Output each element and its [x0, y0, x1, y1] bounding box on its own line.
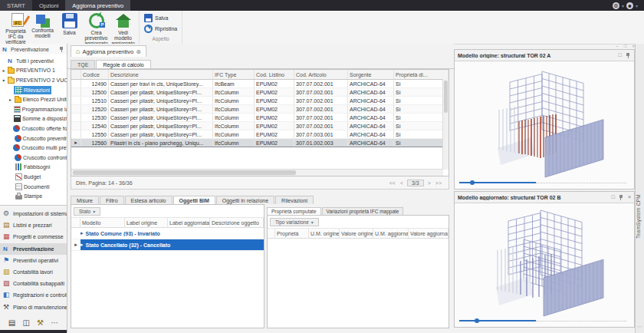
group-by-chip[interactable]: Stato ▾ — [74, 207, 100, 216]
scrollbar-thumb[interactable] — [444, 81, 448, 113]
tree-item[interactable]: Programmazione lavori — [0, 104, 67, 114]
ribbon-button[interactable]: Proprietà IFC da verificare — [2, 12, 29, 45]
properties-tab[interactable]: Proprietà computate — [267, 207, 321, 215]
column-header[interactable]: Valore origine — [340, 229, 373, 238]
detail-tab[interactable]: Estesa articolo — [125, 196, 172, 204]
tree-item[interactable]: ▾ PREVENTIVO 2 VUOTO — [0, 75, 67, 85]
detail-tab[interactable]: Oggetti BIM — [173, 196, 215, 204]
document-tab[interactable]: Aggiorna preventivo ⊗ — [71, 45, 146, 57]
maximize-icon[interactable] — [624, 44, 627, 49]
table-row[interactable]: 12500 Casseri per pilastr, UniqueStorey=… — [71, 88, 449, 97]
last-page-button[interactable]: >> — [433, 180, 444, 186]
minimize-icon[interactable] — [616, 44, 619, 49]
chevron-down-icon[interactable]: ▾ — [636, 3, 638, 8]
view-subtab[interactable]: Regole di calcolo — [96, 60, 150, 68]
group-caret-icon[interactable]: ▸ — [80, 242, 84, 248]
object-group-row[interactable]: ▸ ▸ Stato Cancellato (32) - Cancellato — [71, 239, 264, 251]
module-nav-item[interactable]: Progetti e commesse — [0, 231, 67, 242]
detail-tab[interactable]: Rilevazioni — [275, 196, 314, 204]
column-header[interactable]: U.M. origine — [309, 229, 340, 238]
more-icon[interactable]: ⋯ — [637, 324, 642, 330]
pin-icon[interactable] — [59, 46, 64, 53]
slider-handle[interactable] — [470, 180, 475, 185]
ribbon-small-button[interactable]: Ripristina — [144, 25, 177, 33]
module-nav-item[interactable]: Piano di manutenzione — [0, 302, 67, 313]
settings-menu-icon[interactable] — [613, 2, 619, 9]
close-icon[interactable]: ⊗ — [136, 48, 141, 55]
ribbon-button[interactable]: Confronta modelli — [29, 12, 56, 38]
table-row[interactable]: 12550 Casseri per pilastr, UniqueStorey=… — [71, 130, 449, 139]
column-header[interactable]: Label origine — [125, 218, 168, 227]
module-nav-item[interactable]: Contabilità lavori — [0, 266, 67, 278]
titlebar-tab[interactable]: START — [0, 0, 32, 11]
chevron-down-icon[interactable]: ▾ — [622, 3, 624, 8]
module-nav-item[interactable]: Impostazioni di sistema — [0, 208, 67, 219]
tree-item[interactable]: Cruscotto preventivo — [0, 134, 67, 143]
table-row[interactable]: 12530 Casseri per pilastr, UniqueStorey=… — [71, 114, 449, 122]
module-nav-item[interactable]: Contabilità subappalti — [0, 278, 67, 289]
tree-item[interactable]: Stampe — [0, 191, 67, 201]
view-subtab[interactable]: TQE — [71, 60, 95, 68]
detail-tab[interactable]: Misure — [71, 196, 99, 204]
ribbon-button[interactable]: Salva — [56, 12, 83, 35]
column-header[interactable]: Descrizione oggetto — [210, 218, 264, 227]
pin-icon[interactable] — [619, 194, 624, 201]
column-header[interactable]: IFC Type — [213, 70, 255, 79]
next-page-button[interactable]: > — [426, 180, 433, 186]
table-row[interactable]: ▸ 12560 Pilastri in cls - piano parchegg… — [71, 139, 449, 147]
close-icon[interactable] — [628, 194, 631, 200]
sidebar-footer-icon[interactable] — [8, 318, 15, 327]
object-group-row[interactable]: ▸ Stato Comune (93) - Invariato — [71, 228, 264, 239]
origin-model-viewport[interactable] — [455, 61, 634, 189]
first-page-button[interactable]: << — [387, 180, 398, 186]
table-row[interactable]: 12490 Casseri per travi in cls, UniqueSt… — [71, 80, 449, 88]
horizontal-scrollbar[interactable] — [71, 169, 443, 176]
collapsed-panel-tab[interactable]: TeamSystem CPM — [636, 186, 644, 247]
scrollbar-thumb[interactable] — [73, 170, 296, 175]
column-header[interactable]: Sorgente — [348, 70, 394, 79]
tree-item[interactable]: Rilevazioni — [0, 85, 67, 95]
group-caret-icon[interactable]: ▸ — [80, 230, 84, 236]
tree-item[interactable]: Budget — [0, 172, 67, 182]
prev-page-button[interactable]: < — [398, 180, 406, 186]
column-header[interactable]: Proprietà — [275, 229, 309, 238]
ribbon-button[interactable]: Vedi modello aggiornato — [110, 12, 136, 46]
module-nav-item[interactable]: Listini e prezzari — [0, 219, 67, 231]
column-header[interactable]: Valore aggiornato — [409, 229, 449, 238]
module-nav-item[interactable]: Registrazioni e controllo — [0, 289, 67, 301]
tree-item[interactable]: Documenti — [0, 182, 67, 192]
table-row[interactable]: 12520 Casseri per pilastr, UniqueStorey=… — [71, 105, 449, 114]
model-transparency-slider[interactable] — [459, 318, 626, 324]
column-header[interactable]: U.M. aggiornato — [373, 229, 409, 238]
column-header[interactable]: Cod. Listino — [255, 70, 294, 79]
column-header[interactable]: Label aggiornata — [168, 218, 210, 227]
tree-item[interactable]: Fabbisogni — [0, 163, 67, 173]
table-row[interactable]: 12540 Casseri per pilastr, UniqueStorey=… — [71, 122, 449, 130]
tree-item[interactable]: Cruscotto offerte fornitori — [0, 124, 67, 134]
vertical-scrollbar[interactable] — [442, 79, 449, 170]
maximize-icon[interactable] — [619, 52, 622, 58]
maximize-icon[interactable] — [612, 194, 615, 200]
table-row[interactable]: 12510 Casseri per pilastr, UniqueStorey=… — [71, 97, 449, 105]
tree-item[interactable]: Cruscotto multi preventivo — [0, 143, 67, 153]
column-header[interactable]: Codice — [81, 70, 109, 79]
sidebar-footer-icon[interactable] — [22, 318, 29, 327]
ribbon-small-button[interactable]: Salva — [144, 14, 177, 22]
column-header[interactable]: Proprietà di... — [394, 70, 449, 79]
column-header[interactable]: Modello — [80, 218, 125, 227]
tree-item[interactable]: Tutti i preventivi — [0, 56, 67, 66]
detail-tab[interactable]: Oggetti in relazione — [216, 196, 274, 204]
titlebar-tab[interactable]: Opzioni — [32, 0, 65, 11]
slider-handle[interactable] — [475, 318, 479, 323]
model-transparency-slider[interactable] — [459, 180, 626, 186]
column-header[interactable]: Cod. Articolo — [294, 70, 348, 79]
properties-tab[interactable]: Variazioni proprietà IFC mappate — [322, 207, 404, 215]
module-nav-item[interactable]: Preventivazione — [0, 243, 67, 255]
sidebar-footer-icon[interactable] — [51, 318, 58, 327]
pin-icon[interactable] — [626, 52, 631, 59]
detail-tab[interactable]: Filtro — [100, 196, 124, 204]
tree-item[interactable]: ▸ PREVENTIVO 1 — [0, 66, 67, 76]
updated-model-viewport[interactable] — [455, 203, 634, 327]
tree-item[interactable]: ▸ Elenco Prezzi Unitari — [0, 94, 67, 104]
titlebar-tab[interactable]: Aggiorna preventivo — [65, 0, 130, 11]
